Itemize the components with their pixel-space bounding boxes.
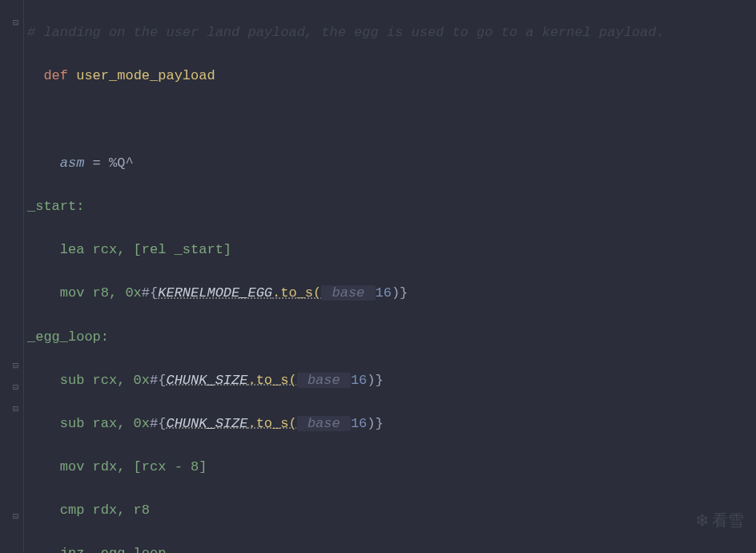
fold-marker-icon[interactable]: ⊟ (13, 359, 21, 367)
method-call: .to_s( (247, 416, 296, 431)
method-name: user_mode_payload (76, 68, 215, 83)
interp-close: )} (367, 373, 383, 388)
fold-marker-icon[interactable]: ⊟ (13, 510, 21, 518)
param-hint: base (297, 416, 351, 431)
number: 16 (351, 373, 367, 388)
interp-open: #{ (150, 373, 166, 388)
asm-label: _egg_loop: (27, 329, 109, 345)
asm-line: lea rcx, [rel _start] (27, 242, 231, 257)
code-editor[interactable]: # landing on the user land payload, the … (0, 0, 756, 553)
param-hint: base (321, 285, 375, 301)
const: CHUNK_SIZE (166, 416, 247, 431)
interp-close: )} (392, 285, 408, 301)
asm-line: mov r8, 0x (27, 285, 142, 301)
asm-line: sub rcx, 0x (27, 373, 150, 388)
method-call: .to_s( (272, 285, 321, 301)
gutter: ⊟ ⊟ ⊟ ⊟ ⊟ (0, 0, 24, 553)
watermark-text: 看雪 (712, 509, 744, 535)
method-call: .to_s( (247, 373, 296, 388)
asm-line: sub rax, 0x (27, 416, 150, 431)
keyword-def: def (43, 68, 68, 83)
fold-marker-icon[interactable]: ⊟ (13, 16, 21, 24)
comment-line: # landing on the user land payload, the … (27, 25, 665, 40)
fold-marker-icon[interactable]: ⊟ (13, 402, 21, 410)
asm-label: _start: (27, 199, 84, 214)
number: 16 (376, 285, 392, 301)
asm-line: mov rdx, [rcx - 8] (27, 459, 207, 474)
snowflake-icon: ❄ (697, 507, 708, 537)
const: CHUNK_SIZE (166, 373, 247, 388)
param-hint: base (297, 373, 351, 388)
const: KERNELMODE_EGG (158, 285, 272, 301)
interp-open: #{ (150, 416, 166, 431)
assign: = %Q^ (84, 155, 133, 171)
number: 16 (351, 416, 367, 431)
fold-marker-icon[interactable]: ⊟ (13, 381, 21, 389)
var-asm: asm (60, 155, 85, 171)
interp-open: #{ (142, 285, 158, 301)
interp-close: )} (367, 416, 383, 431)
asm-line: cmp rdx, r8 (27, 503, 150, 518)
asm-line: jnz _egg_loop (27, 546, 166, 553)
watermark: ❄ 看雪 (697, 507, 744, 537)
